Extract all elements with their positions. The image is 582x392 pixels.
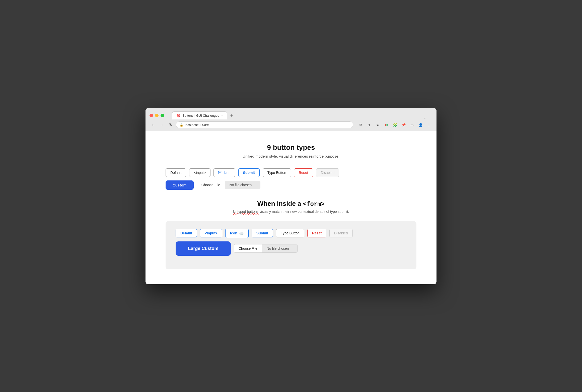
svg-point-0 — [385, 124, 386, 126]
cloud-icon: ☁️ — [239, 231, 244, 236]
new-tab-button[interactable]: + — [227, 113, 236, 119]
svg-rect-2 — [219, 171, 222, 174]
form-submit-button[interactable]: Submit — [252, 229, 273, 237]
browser-window: 🎯 Buttons | GUI Challenges × + ⌄ ← → ↻ 🔒… — [145, 108, 436, 284]
disabled-button: Disabled — [316, 168, 339, 177]
address-text: localhost:3000/# — [185, 123, 209, 127]
section2-title-wrapper: When inside a <form> — [166, 200, 416, 208]
menu-icon[interactable]: ⋮ — [425, 121, 432, 128]
section2-subtitle: Untyped buttons visually match their new… — [166, 210, 416, 214]
section2-title-code: <form> — [303, 201, 325, 208]
section1-subtitle: Unified modern style, visual differences… — [166, 154, 416, 158]
section1-row1: Default <input> Icon Submit Type Button … — [166, 168, 416, 177]
large-custom-button[interactable]: Large Custom — [176, 241, 231, 256]
submit-button[interactable]: Submit — [238, 168, 260, 177]
no-file-chosen-label: No file chosen — [225, 181, 260, 189]
browser-chrome: 🎯 Buttons | GUI Challenges × + ⌄ ← → ↻ 🔒… — [145, 108, 436, 131]
icon-button-label: Icon — [224, 171, 230, 175]
form-file-input-wrapper[interactable]: Choose File No file chosen — [234, 244, 298, 253]
traffic-light-green[interactable] — [161, 114, 164, 117]
underlined-text: Untyped buttons — [233, 210, 258, 214]
file-input-wrapper[interactable]: Choose File No file chosen — [197, 181, 260, 189]
tab-title: Buttons | GUI Challenges — [182, 114, 219, 117]
envelope-icon — [218, 171, 222, 174]
address-bar: ← → ↻ 🔒 localhost:3000/# ⧉ ⬆ ★ 🧩 📌 — [145, 119, 436, 131]
traffic-light-red[interactable] — [150, 114, 153, 117]
reset-button[interactable]: Reset — [294, 168, 313, 177]
section2-title-prefix: When inside a — [257, 200, 303, 207]
bookmark-icon[interactable]: ★ — [374, 121, 381, 128]
form-reset-button[interactable]: Reset — [307, 229, 326, 237]
form-no-file-chosen-label: No file chosen — [262, 244, 297, 252]
section1-row2: Custom Choose File No file chosen — [166, 180, 416, 190]
icon-button[interactable]: Icon — [213, 168, 235, 177]
type-button-button[interactable]: Type Button — [263, 168, 291, 177]
form-default-button[interactable]: Default — [176, 229, 197, 237]
title-bar: 🎯 Buttons | GUI Challenges × + ⌄ — [145, 108, 436, 119]
form-disabled-button: Disabled — [329, 229, 352, 237]
section2-title: When inside a <form> — [257, 200, 325, 207]
form-type-button-button[interactable]: Type Button — [276, 229, 304, 237]
svg-point-1 — [386, 124, 388, 126]
tab-favicon: 🎯 — [176, 114, 180, 117]
tab-close-button[interactable]: × — [221, 114, 223, 117]
subtitle-rest: visually match their new contextual defa… — [258, 210, 349, 214]
lock-icon: 🔒 — [180, 123, 183, 127]
tab-bar: 🎯 Buttons | GUI Challenges × + ⌄ — [168, 111, 432, 119]
profile-icon[interactable]: 👤 — [417, 121, 424, 128]
form-icon-button[interactable]: Icon ☁️ — [225, 229, 249, 238]
forward-button[interactable]: → — [159, 122, 166, 128]
form-input-button[interactable]: <input> — [200, 229, 222, 237]
traffic-light-yellow[interactable] — [155, 114, 159, 117]
share-icon[interactable]: ⬆ — [366, 121, 373, 128]
toolbar-icons: ⧉ ⬆ ★ 🧩 📌 ▭ 👤 ⋮ — [357, 121, 432, 128]
form-icon-button-label: Icon — [230, 231, 237, 235]
section2-row2: Large Custom Choose File No file chosen — [176, 241, 406, 256]
form-choose-file-button[interactable]: Choose File — [234, 244, 262, 252]
section2-row1: Default <input> Icon ☁️ Submit Type Butt… — [176, 229, 406, 238]
choose-file-button[interactable]: Choose File — [197, 181, 225, 189]
extensions-icon[interactable]: 🧩 — [391, 121, 398, 128]
tab-chevron-icon[interactable]: ⌄ — [423, 115, 428, 119]
input-button[interactable]: <input> — [189, 168, 210, 177]
address-input[interactable]: 🔒 localhost:3000/# — [176, 121, 353, 128]
browser-tab[interactable]: 🎯 Buttons | GUI Challenges × — [172, 111, 227, 119]
pin-icon[interactable]: 📌 — [400, 121, 407, 128]
traffic-lights — [150, 114, 164, 117]
custom-button[interactable]: Custom — [166, 180, 194, 190]
form-section: Default <input> Icon ☁️ Submit Type Butt… — [166, 221, 416, 269]
split-view-icon[interactable]: ▭ — [408, 121, 415, 128]
default-button[interactable]: Default — [166, 168, 186, 177]
page-content: 9 button types Unified modern style, vis… — [145, 131, 436, 284]
section1-title: 9 button types — [166, 144, 416, 152]
external-link-icon[interactable]: ⧉ — [357, 121, 364, 128]
reload-button[interactable]: ↻ — [168, 122, 174, 128]
back-button[interactable]: ← — [150, 122, 157, 128]
edit-icon[interactable] — [383, 121, 390, 128]
